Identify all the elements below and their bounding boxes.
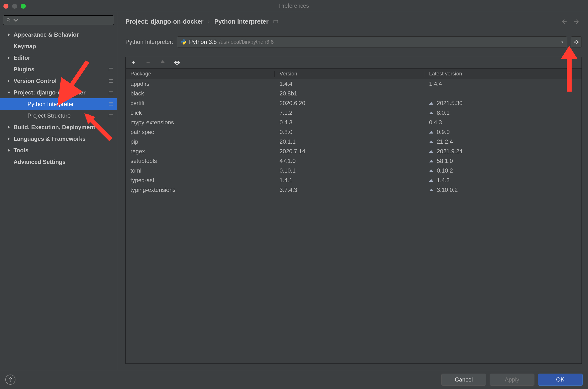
upgrade-available-icon <box>429 169 433 172</box>
help-button[interactable]: ? <box>5 375 15 385</box>
sidebar-item[interactable]: Build, Execution, Deployment <box>0 122 117 133</box>
show-early-releases-button[interactable] <box>174 60 180 66</box>
project-scope-icon <box>108 101 114 107</box>
project-scope-icon <box>108 78 114 84</box>
sidebar-item-label: Plugins <box>13 66 35 73</box>
cancel-button[interactable]: Cancel <box>441 374 486 386</box>
table-row[interactable]: appdirs1.4.41.4.4 <box>126 79 582 89</box>
sidebar-item-label: Project Structure <box>28 112 71 119</box>
sidebar-item-label: Build, Execution, Deployment <box>13 124 95 131</box>
project-scope-icon <box>108 67 114 72</box>
sidebar-item[interactable]: •Project Structure <box>0 110 117 122</box>
chevron-down-icon <box>13 18 19 23</box>
chevron-down-icon: ▾ <box>561 40 563 44</box>
upgrade-package-button[interactable] <box>159 60 166 66</box>
table-row[interactable]: typing-extensions3.7.4.33.10.0.2 <box>126 185 582 195</box>
sidebar-item[interactable]: Project: django-on-docker <box>0 87 117 98</box>
chevron-right-icon <box>7 149 11 152</box>
breadcrumb: Project: django-on-docker › Python Inter… <box>125 18 582 25</box>
breadcrumb-sep: › <box>208 18 210 25</box>
table-row[interactable]: typed-ast1.4.11.4.3 <box>126 175 582 185</box>
upgrade-available-icon <box>429 112 433 114</box>
preferences-window: Preferences Appearance & Behavior•Keymap… <box>0 0 588 389</box>
cell-latest: 1.4.4 <box>424 80 582 87</box>
titlebar: Preferences <box>0 0 588 12</box>
col-package[interactable]: Package <box>126 71 275 77</box>
sidebar-item[interactable]: •Python Interpreter <box>0 98 117 110</box>
table-row[interactable]: toml0.10.10.10.2 <box>126 166 582 175</box>
search-icon <box>6 18 11 23</box>
ok-button[interactable]: OK <box>538 374 583 386</box>
chevron-right-icon <box>7 33 11 36</box>
window-title: Preferences <box>279 3 309 9</box>
cell-latest: 1.4.3 <box>424 177 582 184</box>
cell-latest: 8.0.1 <box>424 109 582 116</box>
cell-package: typed-ast <box>126 177 275 184</box>
sidebar-item-label: Editor <box>13 55 30 61</box>
col-version[interactable]: Version <box>275 71 424 77</box>
upgrade-available-icon <box>429 140 433 143</box>
cell-package: appdirs <box>126 80 275 87</box>
table-row[interactable]: click7.1.28.0.1 <box>126 108 582 118</box>
cell-package: pathspec <box>126 129 275 135</box>
cell-version: 2020.6.20 <box>275 100 424 106</box>
traffic-lights <box>3 4 26 9</box>
interpreter-select[interactable]: Python 3.8 /usr/local/bin/python3.8 ▾ <box>177 36 567 47</box>
minimize-window-icon[interactable] <box>12 4 17 9</box>
cell-package: pip <box>126 138 275 145</box>
cell-version: 0.8.0 <box>275 129 424 135</box>
cell-latest: 2021.5.30 <box>424 100 582 106</box>
upgrade-available-icon <box>429 102 433 105</box>
interpreter-row: Python Interpreter: Python 3.8 /usr/loca… <box>125 36 582 47</box>
remove-package-button[interactable] <box>145 60 151 66</box>
interpreter-settings-button[interactable] <box>571 36 582 47</box>
upgrade-available-icon <box>429 160 433 162</box>
table-header: Package Version Latest version <box>126 69 582 79</box>
cell-latest-value: 0.10.2 <box>437 167 453 174</box>
upgrade-available-icon <box>429 150 433 153</box>
table-row[interactable]: mypy-extensions0.4.30.4.3 <box>126 118 582 127</box>
table-row[interactable]: black20.8b1 <box>126 89 582 98</box>
cell-latest: 3.10.0.2 <box>424 187 582 193</box>
sidebar-item[interactable]: Editor <box>0 52 117 64</box>
sidebar-item[interactable]: •Keymap <box>0 40 117 52</box>
settings-tree: Appearance & Behavior•KeymapEditor•Plugi… <box>0 28 117 370</box>
python-icon <box>181 39 187 45</box>
sidebar-item[interactable]: •Plugins <box>0 64 117 75</box>
project-scope-icon <box>108 113 114 118</box>
svg-rect-1 <box>109 68 113 69</box>
sidebar-item-label: Python Interpreter <box>28 101 74 107</box>
cell-package: regex <box>126 148 275 155</box>
svg-rect-11 <box>274 20 277 21</box>
cell-latest-value: 2021.9.24 <box>437 148 463 155</box>
apply-button[interactable]: Apply <box>490 374 534 386</box>
cell-latest: 21.2.4 <box>424 138 582 145</box>
sidebar-item[interactable]: Appearance & Behavior <box>0 29 117 40</box>
cell-latest-value: 21.2.4 <box>437 138 453 145</box>
table-row[interactable]: regex2020.7.142021.9.24 <box>126 147 582 156</box>
table-row[interactable]: certifi2020.6.202021.5.30 <box>126 98 582 108</box>
breadcrumb-root[interactable]: Project: django-on-docker <box>125 18 204 25</box>
sidebar-item[interactable]: •Advanced Settings <box>0 156 117 168</box>
sidebar-item[interactable]: Version Control <box>0 75 117 87</box>
sidebar-item[interactable]: Languages & Frameworks <box>0 133 117 145</box>
zoom-window-icon[interactable] <box>21 4 26 9</box>
nav-back-icon[interactable] <box>561 18 568 25</box>
sidebar-item-label: Project: django-on-docker <box>13 89 86 96</box>
nav-forward-icon[interactable] <box>573 18 580 25</box>
cell-package: typing-extensions <box>126 187 275 193</box>
table-row[interactable]: pathspec0.8.00.9.0 <box>126 127 582 137</box>
table-row[interactable]: setuptools47.1.058.1.0 <box>126 156 582 166</box>
cell-latest-value: 2021.5.30 <box>437 100 463 106</box>
gear-icon <box>573 39 579 45</box>
add-package-button[interactable] <box>131 60 137 66</box>
chevron-right-icon <box>7 126 11 129</box>
col-latest[interactable]: Latest version <box>424 71 582 77</box>
table-row[interactable]: pip20.1.121.2.4 <box>126 137 582 147</box>
search-input[interactable] <box>3 15 114 25</box>
cell-version: 47.1.0 <box>275 158 424 164</box>
svg-rect-5 <box>109 91 113 92</box>
close-window-icon[interactable] <box>3 4 8 9</box>
chevron-right-icon <box>7 79 11 83</box>
sidebar-item[interactable]: Tools <box>0 145 117 156</box>
